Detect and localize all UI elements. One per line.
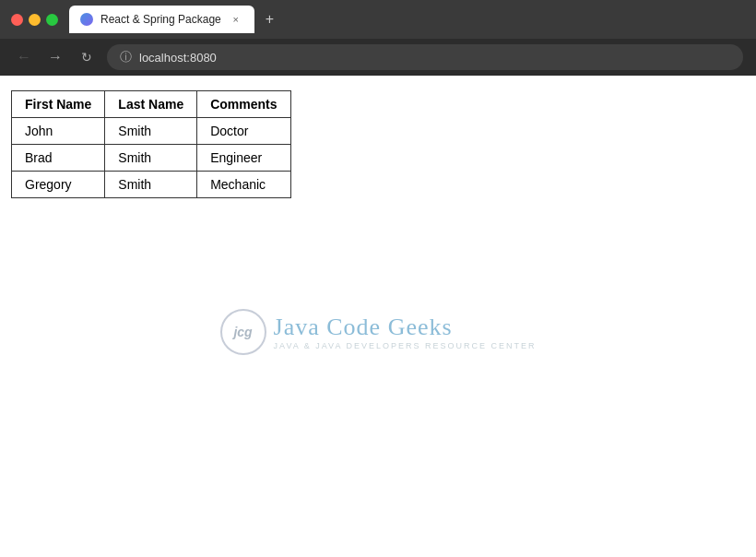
minimize-traffic-light[interactable] xyxy=(29,14,41,26)
tab-bar: React & Spring Package × + xyxy=(69,6,745,33)
jcg-sub-text: Java & Java Developers Resource Center xyxy=(274,341,537,350)
jcg-text-area: Java Code Geeks Java & Java Developers R… xyxy=(274,314,537,350)
table-cell: Engineer xyxy=(197,145,290,172)
table-cell: Mechanic xyxy=(197,172,290,198)
jcg-circle-text: jcg xyxy=(233,325,252,339)
table-body: JohnSmithDoctorBradSmithEngineerGregoryS… xyxy=(12,118,291,198)
table-head: First NameLast NameComments xyxy=(12,91,291,118)
table-row: JohnSmithDoctor xyxy=(12,118,291,145)
forward-button[interactable]: → xyxy=(44,46,66,68)
data-table: First NameLast NameComments JohnSmithDoc… xyxy=(11,90,291,198)
table-cell: Smith xyxy=(105,145,197,172)
close-traffic-light[interactable] xyxy=(11,14,23,26)
tab-title: React & Spring Package xyxy=(100,13,221,26)
table-cell: Brad xyxy=(12,145,105,172)
info-icon: ⓘ xyxy=(120,49,132,65)
table-cell: Smith xyxy=(105,118,197,145)
table-cell: John xyxy=(12,118,105,145)
title-bar: React & Spring Package × + xyxy=(0,0,756,39)
browser-window: React & Spring Package × + ← → ↻ ⓘ local… xyxy=(0,0,756,557)
table-header-cell: First Name xyxy=(12,91,105,118)
table-header-cell: Last Name xyxy=(105,91,197,118)
maximize-traffic-light[interactable] xyxy=(46,14,58,26)
traffic-lights xyxy=(11,14,58,26)
table-row: BradSmithEngineer xyxy=(12,145,291,172)
back-button[interactable]: ← xyxy=(13,46,35,68)
logo-area: jcg Java Code Geeks Java & Java Develope… xyxy=(0,309,756,355)
active-tab[interactable]: React & Spring Package × xyxy=(69,6,254,33)
tab-close-button[interactable]: × xyxy=(229,12,243,27)
jcg-main-text: Java Code Geeks xyxy=(274,314,537,341)
table-cell: Doctor xyxy=(197,118,290,145)
url-bar[interactable]: ⓘ localhost:8080 xyxy=(107,44,743,70)
page-content: First NameLast NameComments JohnSmithDoc… xyxy=(0,76,756,557)
table-cell: Gregory xyxy=(12,172,105,198)
table-row: GregorySmithMechanic xyxy=(12,172,291,198)
table-header-row: First NameLast NameComments xyxy=(12,91,291,118)
tab-favicon xyxy=(80,13,93,26)
jcg-circle: jcg xyxy=(220,309,266,355)
table-cell: Smith xyxy=(105,172,197,198)
table-header-cell: Comments xyxy=(197,91,290,118)
address-bar: ← → ↻ ⓘ localhost:8080 xyxy=(0,39,756,76)
new-tab-button[interactable]: + xyxy=(258,7,281,31)
refresh-button[interactable]: ↻ xyxy=(76,46,98,68)
jcg-logo: jcg Java Code Geeks Java & Java Develope… xyxy=(220,309,537,355)
url-text: localhost:8080 xyxy=(139,51,217,65)
